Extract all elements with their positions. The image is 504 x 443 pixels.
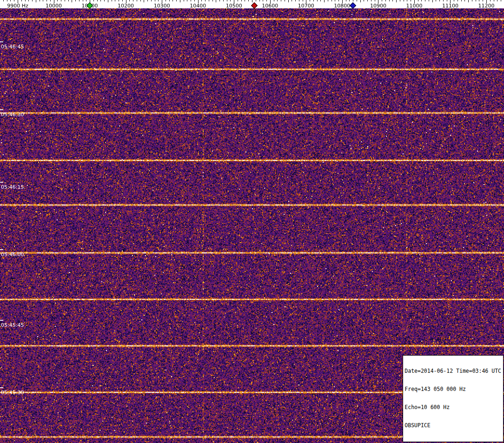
spectrogram-window: 05:46:4505:46:3005:46:1505:46:0005:45:45…: [0, 0, 504, 443]
frequency-ruler[interactable]: [0, 0, 504, 8]
info-date-time: Date=2014-06-12 Time=03:46 UTC: [405, 368, 501, 374]
observation-info-box: Date=2014-06-12 Time=03:46 UTC Freq=143 …: [403, 355, 504, 442]
info-frequency: Freq=143 050 000 Hz: [405, 386, 501, 392]
info-station: OBSUPICE: [405, 423, 501, 429]
info-echo: Echo=10 600 Hz: [405, 404, 501, 410]
